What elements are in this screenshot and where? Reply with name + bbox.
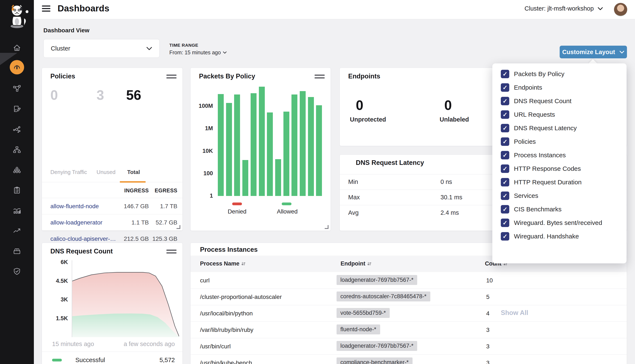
menu-item-url-requests[interactable]: ✓URL Requests (501, 110, 555, 119)
customize-layout-label: Customize Layout (562, 48, 615, 56)
dns-count-area-chart (72, 260, 179, 337)
chevron-down-icon (619, 50, 624, 54)
packets-by-policy-card: Packets By Policy 100M1M10K1001 DeniedAl… (190, 68, 331, 231)
menu-item-label: HTTP Response Codes (514, 165, 581, 172)
sidebar-item-compliance[interactable] (11, 184, 23, 196)
checkbox-checked-icon[interactable]: ✓ (501, 97, 509, 105)
policies-icon (13, 105, 21, 113)
menu-item-process-instances[interactable]: ✓Process Instances (501, 151, 566, 160)
cluster-selector[interactable]: Cluster: jlt-msft-workshop (525, 5, 603, 12)
process-count-cell: 4 (486, 310, 490, 317)
menu-item-dns-request-latency[interactable]: ✓DNS Request Latency (501, 124, 577, 132)
menu-item-http-response-codes[interactable]: ✓HTTP Response Codes (501, 164, 581, 173)
bar-allowed (283, 112, 289, 196)
menu-item-label: Policies (514, 138, 536, 145)
bar-allowed (300, 91, 306, 196)
sidebar-item-dashboard[interactable] (10, 60, 24, 74)
menu-item-http-request-duration[interactable]: ✓HTTP Request Duration (501, 178, 582, 186)
user-avatar[interactable] (614, 3, 627, 16)
drag-handle-icon[interactable] (166, 250, 176, 255)
checkbox-checked-icon[interactable]: ✓ (501, 218, 509, 227)
bar-allowed (275, 159, 281, 196)
latency-row-value: 30.1 ms (441, 194, 462, 201)
menu-item-packets-by-policy[interactable]: ✓Packets By Policy (501, 70, 564, 78)
y-axis-tick-label: 1.5K (42, 315, 68, 322)
bar-allowed (218, 94, 224, 196)
checkbox-checked-icon[interactable]: ✓ (501, 151, 509, 160)
policy-egress-value: 1.7 TB (42, 203, 177, 210)
process-endpoint-cell: loadgenerator-7697bb7567-* (337, 341, 417, 351)
checkbox-checked-icon[interactable]: ✓ (501, 192, 509, 200)
service-graph-icon (13, 84, 21, 92)
sidebar-item-flow-visualization[interactable] (11, 123, 23, 136)
customize-layout-button[interactable]: Customize Layout (560, 46, 627, 58)
process-count-cell: 5 (486, 294, 490, 300)
cluster-selector-label: Cluster: jlt-msft-workshop (525, 5, 594, 12)
dns-request-count-card: DNS Request Count 6K4.5K3K1.5K 15 minute… (42, 243, 183, 364)
process-name-cell: /cluster-proportional-autoscaler (200, 294, 282, 300)
checkbox-checked-icon[interactable]: ✓ (501, 164, 509, 173)
checkbox-checked-icon[interactable]: ✓ (501, 178, 509, 186)
sidebar-item-clusters[interactable] (11, 164, 23, 176)
menu-item-cis-benchmarks[interactable]: ✓CIS Benchmarks (501, 205, 562, 214)
legend-label-denied: Denied (227, 208, 247, 215)
menu-item-dns-request-count[interactable]: ✓DNS Request Count (501, 97, 571, 105)
page-title: Dashboards (58, 4, 109, 14)
menu-item-endpoints[interactable]: ✓Endpoints (501, 83, 542, 92)
chevron-down-icon (223, 51, 227, 54)
packets-card-title: Packets By Policy (199, 72, 255, 80)
time-range-label: TIME RANGE (169, 43, 198, 48)
sidebar-item-service-graph[interactable] (11, 82, 23, 95)
bar-allowed (242, 160, 248, 196)
column-header-process-name[interactable]: Process Name (200, 260, 246, 267)
menu-item-wireguard-bytes-sent-received[interactable]: ✓Wireguard. Bytes sent/received (501, 218, 602, 227)
network-sets-icon (13, 146, 21, 154)
process-name-cell: /usr/local/bin/python (200, 310, 253, 317)
checkbox-checked-icon[interactable]: ✓ (501, 83, 509, 92)
menu-item-wireguard-handshake[interactable]: ✓Wireguard. Handshake (501, 232, 579, 240)
legend-swatch-denied (232, 202, 242, 205)
menu-item-label: Services (514, 192, 538, 199)
table-row: /var/lib/ruby/bin/rubyfluentd-node-*3 (190, 322, 627, 338)
menu-hamburger-icon[interactable] (42, 6, 50, 13)
latency-row-value: 2.4 ms (441, 209, 459, 216)
checkbox-checked-icon[interactable]: ✓ (501, 110, 509, 119)
sidebar-item-image-assurance[interactable] (11, 245, 23, 258)
checkbox-checked-icon[interactable]: ✓ (501, 205, 509, 214)
dashboard-view-select[interactable]: Cluster (43, 39, 160, 58)
checkbox-checked-icon[interactable]: ✓ (501, 124, 509, 132)
sidebar-item-trends[interactable] (11, 224, 23, 237)
sidebar-item-network-sets[interactable] (11, 143, 23, 156)
checkbox-checked-icon[interactable]: ✓ (501, 138, 509, 146)
top-header: Dashboards Cluster: jlt-msft-workshop (34, 0, 635, 19)
menu-item-label: CIS Benchmarks (514, 206, 562, 213)
sidebar-item-home[interactable] (11, 42, 23, 54)
show-all-link[interactable]: Show All (501, 309, 528, 317)
sidebar-item-policies[interactable] (11, 102, 23, 115)
resize-handle-icon[interactable] (325, 225, 328, 229)
sidebar-item-activity[interactable] (11, 204, 23, 217)
checkbox-checked-icon[interactable]: ✓ (501, 70, 509, 78)
time-range-selector[interactable]: From: 15 minutes ago (169, 50, 227, 56)
bar-allowed (259, 87, 265, 196)
y-axis-tick-label: 1 (190, 192, 213, 199)
menu-item-policies[interactable]: ✓Policies (501, 138, 536, 146)
menu-item-label: DNS Request Latency (514, 124, 577, 132)
resize-handle-icon[interactable] (176, 225, 180, 229)
bar-allowed (267, 112, 273, 196)
table-row: /usr/local/bin/pythonvote-5655bd759-*4 (190, 305, 627, 322)
column-header-endpoint[interactable]: Endpoint (341, 260, 372, 267)
legend-label-allowed: Allowed (277, 208, 296, 215)
process-endpoint-cell: fluentd-node-* (337, 324, 380, 334)
sidebar-item-threat-defense[interactable] (11, 265, 23, 278)
table-row: /usr/bin/curlloadgenerator-7697bb7567-*3 (190, 338, 627, 354)
checkbox-checked-icon[interactable]: ✓ (501, 232, 509, 240)
image-assurance-icon (13, 247, 21, 255)
customize-layout-menu: ✓Packets By Policy✓Endpoints✓DNS Request… (492, 64, 626, 264)
drag-handle-icon[interactable] (315, 74, 325, 80)
unlabeled-value: 0 (440, 98, 469, 113)
process-endpoint-cell: coredns-autoscaler-7c88465478-* (337, 292, 430, 302)
menu-item-services[interactable]: ✓Services (501, 192, 538, 200)
flow-visualization-icon (13, 125, 21, 134)
drag-handle-icon[interactable] (166, 74, 176, 80)
